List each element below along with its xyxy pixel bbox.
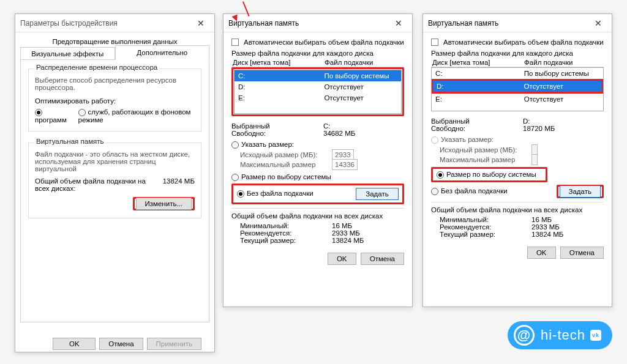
totals-title: Общий объем файла подкачки на всех диска… bbox=[231, 212, 404, 220]
optimize-label: Оптимизировать работу: bbox=[35, 97, 195, 105]
cancel-button[interactable]: Отмена bbox=[361, 253, 404, 265]
selected-label: Выбранный bbox=[231, 122, 270, 130]
at-icon: @ bbox=[514, 325, 535, 346]
ok-button[interactable]: OK bbox=[328, 253, 356, 265]
set-button[interactable]: Задать bbox=[356, 188, 399, 200]
free-label: Свободно: bbox=[431, 125, 523, 132]
radio-system-managed[interactable]: Размер по выбору системы bbox=[437, 171, 536, 178]
rec-value: 2933 МБ bbox=[332, 229, 360, 237]
change-button[interactable]: Изменить... bbox=[136, 198, 192, 210]
title: Виртуальная память bbox=[228, 19, 390, 28]
titlebar: Виртуальная память ✕ bbox=[223, 14, 412, 32]
cur-value: 13824 МБ bbox=[531, 231, 563, 238]
titlebar: Виртуальная память ✕ bbox=[423, 14, 612, 32]
title: Виртуальная память bbox=[428, 19, 590, 28]
dialog-performance-options: Параметры быстродействия ✕ Предотвращени… bbox=[15, 13, 215, 352]
max-size-input bbox=[531, 154, 538, 165]
selected-value: C: bbox=[323, 122, 331, 130]
perdrive-label: Размер файла подкачки для каждого диска bbox=[231, 50, 404, 57]
radio-custom-size[interactable]: Указать размер: bbox=[431, 136, 604, 144]
min-label: Минимальный: bbox=[240, 222, 332, 229]
tab-advanced[interactable]: Дополнительно bbox=[115, 45, 210, 60]
cur-label: Текущий размер: bbox=[440, 231, 531, 238]
drive-row-e[interactable]: E:Отсутствует bbox=[432, 94, 603, 105]
group-vm-title: Виртуальная память bbox=[34, 138, 107, 145]
selected-label: Выбранный bbox=[431, 117, 470, 125]
vm-total-value: 13824 МБ bbox=[146, 177, 195, 185]
col-pagefile: Файл подкачки bbox=[524, 59, 573, 66]
drive-row-d[interactable]: D:Отсутствует bbox=[235, 81, 401, 92]
ok-button[interactable]: OK bbox=[527, 247, 556, 259]
set-button[interactable]: Задать bbox=[560, 185, 601, 198]
cur-label: Текущий размер: bbox=[240, 237, 332, 244]
radio-programs[interactable]: программ bbox=[35, 108, 70, 124]
vk-badge: vk bbox=[590, 330, 601, 341]
col-pagefile: Файл подкачки bbox=[325, 59, 373, 66]
dialog-vm-d: Виртуальная память ✕ Автоматически выбир… bbox=[422, 13, 612, 307]
group-cpu-title: Распределение времени процессора bbox=[34, 64, 160, 71]
auto-manage-checkbox[interactable]: Автоматически выбирать объем файла подка… bbox=[431, 39, 604, 46]
title: Параметры быстродействия bbox=[20, 19, 192, 28]
rec-label: Рекомендуется: bbox=[240, 229, 332, 237]
watermark-text: hi-tech bbox=[541, 327, 585, 343]
drive-row-c[interactable]: C:По выбору системы bbox=[235, 70, 401, 81]
auto-manage-checkbox[interactable]: Автоматически выбирать объем файла подка… bbox=[231, 39, 404, 46]
free-label: Свободно: bbox=[231, 130, 323, 137]
apply-button: Применить bbox=[147, 338, 201, 350]
close-icon[interactable]: ✕ bbox=[590, 18, 607, 28]
titlebar: Параметры быстродействия ✕ bbox=[15, 14, 214, 32]
drive-list[interactable]: C:По выбору системы D:Отсутствует E:Отсу… bbox=[431, 67, 604, 111]
totals-title: Общий объем файла подкачки на всех диска… bbox=[431, 206, 604, 214]
watermark-hitech: @ hi-tech vk bbox=[508, 321, 612, 349]
min-value: 16 МБ bbox=[332, 222, 352, 229]
col-drive: Диск [метка тома] bbox=[432, 59, 524, 66]
cancel-button[interactable]: Отмена bbox=[99, 338, 143, 350]
init-size-label: Исходный размер (МБ): bbox=[440, 146, 531, 154]
perdrive-label: Размер файла подкачки для каждого диска bbox=[431, 50, 604, 57]
col-drive: Диск [метка тома] bbox=[233, 59, 325, 66]
vm-desc: Файл подкачки - это область на жестком д… bbox=[35, 150, 195, 173]
free-value: 34682 МБ bbox=[323, 130, 355, 137]
radio-custom-size[interactable]: Указать размер: bbox=[231, 141, 404, 149]
drive-row-c[interactable]: C:По выбору системы bbox=[432, 68, 603, 79]
selected-value: D: bbox=[523, 117, 530, 125]
free-value: 18720 МБ bbox=[523, 125, 555, 132]
cancel-button[interactable]: Отмена bbox=[560, 247, 604, 259]
tab-visual-effects[interactable]: Визуальные эффекты bbox=[20, 47, 115, 60]
tab-dep[interactable]: Предотвращение выполнения данных bbox=[20, 36, 209, 45]
radio-no-pagefile[interactable]: Без файла подкачки bbox=[431, 187, 557, 195]
rec-value: 2933 МБ bbox=[531, 223, 560, 231]
ok-button[interactable]: OK bbox=[53, 338, 96, 350]
close-icon[interactable]: ✕ bbox=[192, 18, 209, 28]
close-icon[interactable]: ✕ bbox=[390, 18, 407, 28]
vm-total-label: Общий объем файла подкачки на всех диска… bbox=[35, 177, 146, 192]
drive-list[interactable]: C:По выбору системы D:Отсутствует E:Отсу… bbox=[234, 70, 402, 114]
drive-row-e[interactable]: E:Отсутствует bbox=[235, 92, 401, 103]
cur-value: 13824 МБ bbox=[332, 237, 364, 244]
radio-services[interactable]: служб, работающих в фоновом режиме bbox=[78, 108, 195, 124]
cpu-desc: Выберите способ распределения ресурсов п… bbox=[35, 76, 195, 91]
max-size-label: Максимальный размер bbox=[440, 156, 531, 163]
radio-system-managed[interactable]: Размер по выбору системы bbox=[231, 173, 404, 181]
min-value: 16 МБ bbox=[531, 216, 552, 223]
drive-row-d[interactable]: D:Отсутствует bbox=[433, 81, 602, 92]
dialog-vm-c: Виртуальная память ✕ Автоматически выбир… bbox=[223, 13, 413, 307]
max-size-input[interactable]: 14336 bbox=[332, 159, 358, 170]
rec-label: Рекомендуется: bbox=[440, 223, 531, 231]
init-size-label: Исходный размер (МБ): bbox=[240, 151, 332, 158]
max-size-label: Максимальный размер bbox=[240, 161, 332, 168]
radio-no-pagefile[interactable]: Без файла подкачки bbox=[237, 190, 356, 198]
min-label: Минимальный: bbox=[440, 216, 531, 223]
